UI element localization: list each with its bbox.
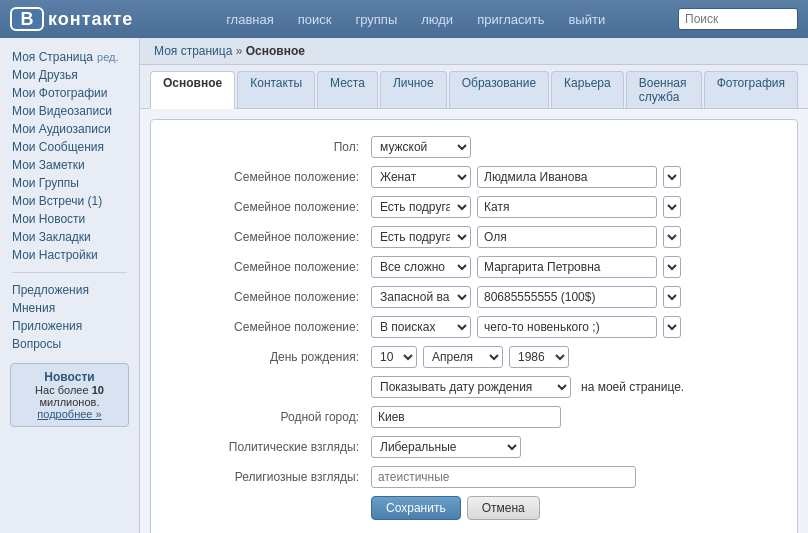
family-status-2[interactable]: Есть подруга: [371, 226, 471, 248]
sidebar-edit-link[interactable]: ред.: [97, 51, 118, 63]
gender-controls: мужской женский: [371, 136, 471, 158]
nav-search[interactable]: поиск: [288, 8, 342, 31]
tab-career[interactable]: Карьера: [551, 71, 624, 108]
sidebar-item-friends[interactable]: Мои Друзья: [12, 66, 127, 84]
family-row-5: Семейное положение: В поисках: [171, 316, 777, 338]
nav-people[interactable]: люди: [411, 8, 463, 31]
family-name-select-3[interactable]: [663, 256, 681, 278]
news-box-text: Нас более 10 миллионов.: [19, 384, 120, 408]
news-box-title: Новости: [19, 370, 120, 384]
birthday-row: День рождения: 10 Апреля 1986: [171, 346, 777, 368]
my-page-row: Моя Страница ред.: [12, 48, 127, 66]
family-label-1: Семейное положение:: [171, 200, 371, 214]
tab-places[interactable]: Места: [317, 71, 378, 108]
content-area: Моя страница » Основное Основное Контакт…: [140, 38, 808, 533]
family-name-select-5[interactable]: [663, 316, 681, 338]
news-more-link[interactable]: подробнее »: [37, 408, 101, 420]
my-page-section: Моя Страница ред. Мои Друзья Мои Фотогра…: [0, 46, 139, 266]
breadcrumb-link[interactable]: Моя страница: [154, 44, 232, 58]
family-name-select-4[interactable]: [663, 286, 681, 308]
city-row: Родной город:: [171, 406, 777, 428]
nav-groups[interactable]: группы: [345, 8, 407, 31]
sidebar-item-apps[interactable]: Приложения: [12, 317, 127, 335]
family-controls-3: Все сложно: [371, 256, 681, 278]
family-status-4[interactable]: Запасной вар.: [371, 286, 471, 308]
family-row-3: Семейное положение: Все сложно: [171, 256, 777, 278]
gender-label: Пол:: [171, 140, 371, 154]
birthday-day-select[interactable]: 10: [371, 346, 417, 368]
sidebar-item-settings[interactable]: Мои Настройки: [12, 246, 127, 264]
family-status-5[interactable]: В поисках: [371, 316, 471, 338]
family-controls-5: В поисках: [371, 316, 681, 338]
show-birthday-suffix: на моей странице.: [581, 380, 684, 394]
sidebar-item-messages[interactable]: Мои Сообщения: [12, 138, 127, 156]
nav-invite[interactable]: пригласить: [467, 8, 554, 31]
sidebar-item-proposals[interactable]: Предложения: [12, 281, 127, 299]
family-label-4: Семейное положение:: [171, 290, 371, 304]
family-label-0: Семейное положение:: [171, 170, 371, 184]
family-controls-2: Есть подруга: [371, 226, 681, 248]
save-button[interactable]: Сохранить: [371, 496, 461, 520]
sidebar-divider: [12, 272, 127, 273]
family-name-select-2[interactable]: [663, 226, 681, 248]
search-input[interactable]: [678, 8, 798, 30]
sidebar-item-mypage[interactable]: Моя Страница: [12, 48, 93, 66]
gender-select[interactable]: мужской женский: [371, 136, 471, 158]
family-name-select-1[interactable]: [663, 196, 681, 218]
breadcrumb-current: Основное: [246, 44, 305, 58]
form-area: Пол: мужской женский Семейное положение:…: [150, 119, 798, 533]
sidebar-item-news[interactable]: Мои Новости: [12, 210, 127, 228]
family-status-3[interactable]: Все сложно: [371, 256, 471, 278]
family-name-select-0[interactable]: [663, 166, 681, 188]
sidebar-item-mygroups[interactable]: Мои Группы: [12, 174, 127, 192]
sidebar-item-video[interactable]: Мои Видеозаписи: [12, 102, 127, 120]
tab-basic[interactable]: Основное: [150, 71, 235, 109]
sidebar-item-audio[interactable]: Мои Аудиозаписи: [12, 120, 127, 138]
family-label-2: Семейное положение:: [171, 230, 371, 244]
tabs: Основное Контакты Места Личное Образован…: [140, 65, 808, 109]
family-name-3[interactable]: [477, 256, 657, 278]
buttons-controls: Сохранить Отмена: [371, 496, 540, 520]
nav-logout[interactable]: выйти: [558, 8, 615, 31]
family-name-1[interactable]: [477, 196, 657, 218]
family-status-1[interactable]: Есть подруга: [371, 196, 471, 218]
city-label: Родной город:: [171, 410, 371, 424]
family-row-1: Семейное положение: Есть подруга: [171, 196, 777, 218]
family-status-0[interactable]: Женат: [371, 166, 471, 188]
sidebar-item-notes[interactable]: Мои Заметки: [12, 156, 127, 174]
family-name-0[interactable]: [477, 166, 657, 188]
politics-row: Политические взгляды: Либеральные Консер…: [171, 436, 777, 458]
family-name-2[interactable]: [477, 226, 657, 248]
tab-military[interactable]: Военная служба: [626, 71, 702, 108]
family-label-5: Семейное положение:: [171, 320, 371, 334]
sidebar-item-bookmarks[interactable]: Мои Закладки: [12, 228, 127, 246]
birthday-label: День рождения:: [171, 350, 371, 364]
buttons-row: Сохранить Отмена: [171, 496, 777, 520]
sidebar-item-questions[interactable]: Вопросы: [12, 335, 127, 353]
sidebar-item-meetings[interactable]: Мои Встречи (1): [12, 192, 127, 210]
show-birthday-row: Показывать дату рождения на моей страниц…: [171, 376, 777, 398]
birthday-month-select[interactable]: Апреля: [423, 346, 503, 368]
breadcrumb: Моя страница » Основное: [140, 38, 808, 65]
tab-personal[interactable]: Личное: [380, 71, 447, 108]
cancel-button[interactable]: Отмена: [467, 496, 540, 520]
show-birthday-select[interactable]: Показывать дату рождения: [371, 376, 571, 398]
sidebar-section2: Предложения Мнения Приложения Вопросы: [0, 279, 139, 355]
city-controls: [371, 406, 561, 428]
family-row-2: Семейное положение: Есть подруга: [171, 226, 777, 248]
family-controls-1: Есть подруга: [371, 196, 681, 218]
main-nav: главная поиск группы люди пригласить вый…: [153, 8, 678, 31]
birthday-year-select[interactable]: 1986: [509, 346, 569, 368]
nav-home[interactable]: главная: [216, 8, 284, 31]
religion-input[interactable]: [371, 466, 636, 488]
sidebar-item-photos[interactable]: Мои Фотографии: [12, 84, 127, 102]
family-name-4[interactable]: [477, 286, 657, 308]
family-name-5[interactable]: [477, 316, 657, 338]
tab-photo[interactable]: Фотография: [704, 71, 798, 108]
tab-contacts[interactable]: Контакты: [237, 71, 315, 108]
politics-select[interactable]: Либеральные Консервативные Умеренные: [371, 436, 521, 458]
tab-education[interactable]: Образование: [449, 71, 549, 108]
city-input[interactable]: [371, 406, 561, 428]
sidebar-item-opinions[interactable]: Мнения: [12, 299, 127, 317]
family-controls-4: Запасной вар.: [371, 286, 681, 308]
